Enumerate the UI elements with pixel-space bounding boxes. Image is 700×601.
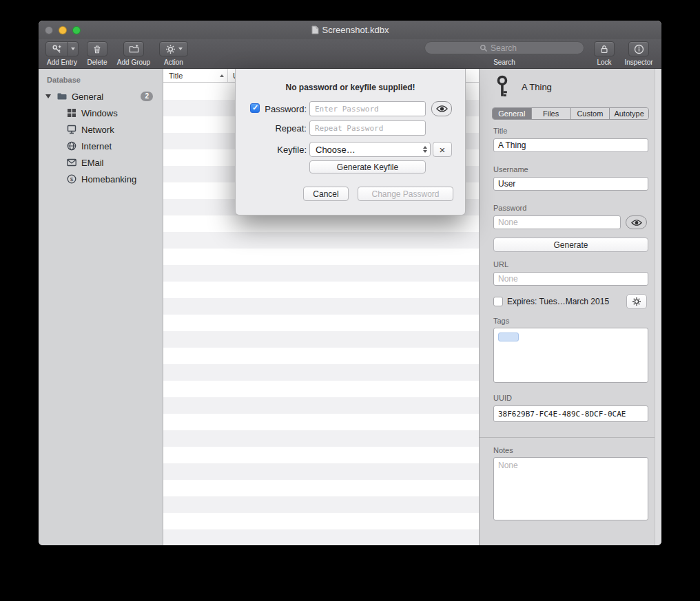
window-title: Screenshot.kdbx — [322, 25, 389, 35]
sidebar-item-email[interactable]: EMail — [39, 154, 163, 171]
minimize-button[interactable] — [59, 26, 67, 34]
dialog-message: No password or keyfile supplied! — [236, 83, 465, 92]
sidebar-item-label: Internet — [81, 141, 112, 151]
delete-button[interactable] — [87, 41, 107, 56]
eye-icon — [436, 105, 448, 113]
email-icon — [66, 157, 77, 168]
gear-icon — [632, 297, 641, 306]
title-field[interactable] — [493, 138, 648, 152]
clear-keyfile-button[interactable]: × — [433, 142, 452, 157]
app-window: Screenshot.kdbx Add Entry Delete Add — [39, 21, 661, 545]
folder-icon — [56, 91, 68, 102]
dialog-repeat-label: Repeat: — [262, 123, 307, 134]
globe-icon — [66, 140, 77, 151]
column-title-label: Title — [169, 72, 183, 80]
entry-key-icon — [495, 75, 511, 100]
sidebar-item-homebanking[interactable]: $ Homebanking — [39, 171, 163, 187]
entry-title: A Thing — [522, 82, 552, 92]
add-entry-label: Add Entry — [44, 59, 80, 66]
tab-custom[interactable]: Custom — [571, 108, 610, 119]
password-field[interactable] — [493, 215, 621, 229]
inspector-tabs: General Files Custom Autotype — [492, 107, 649, 120]
disclosure-triangle-icon[interactable] — [45, 94, 51, 98]
search-field[interactable] — [424, 41, 584, 54]
toolbar: Add Entry Delete Add Group Action — [39, 39, 661, 69]
sidebar-item-label: EMail — [81, 158, 104, 168]
cancel-button[interactable]: Cancel — [303, 187, 349, 201]
close-button[interactable] — [45, 26, 53, 34]
info-icon — [634, 44, 644, 54]
tab-autotype[interactable]: Autotype — [610, 108, 648, 119]
username-field-label: Username — [493, 165, 528, 173]
inspector-panel: A Thing General Files Custom Autotype Ti… — [479, 69, 661, 545]
titlebar[interactable]: Screenshot.kdbx — [39, 21, 661, 39]
tags-box[interactable] — [493, 328, 648, 383]
sidebar-item-network[interactable]: Network — [39, 121, 163, 138]
trash-icon — [92, 44, 102, 54]
sidebar-item-windows[interactable]: Windows — [39, 105, 163, 121]
action-button[interactable] — [159, 41, 188, 56]
svg-text:$: $ — [70, 176, 74, 182]
search-label: Search — [424, 59, 584, 66]
sidebar-item-label: Network — [81, 125, 114, 135]
change-password-button[interactable]: Change Password — [358, 187, 453, 201]
tab-files[interactable]: Files — [532, 108, 571, 119]
expires-label: Expires: Tues…March 2015 — [507, 297, 623, 306]
document-proxy-icon — [311, 25, 319, 34]
tags-field-label: Tags — [493, 317, 509, 325]
dialog-reveal-password-button[interactable] — [431, 101, 452, 116]
expires-settings-button[interactable] — [626, 294, 647, 309]
coin-icon: $ — [66, 173, 77, 184]
chevron-down-icon — [178, 48, 183, 50]
keyfile-popup-value: Choose… — [316, 145, 356, 155]
keyfile-popup[interactable]: Choose… — [309, 142, 431, 157]
title-field-label: Title — [493, 127, 507, 135]
url-field[interactable] — [493, 272, 648, 286]
column-header-title[interactable]: Title — [163, 69, 227, 82]
dialog-keyfile-label: Keyfile: — [262, 145, 307, 155]
add-entry-button[interactable] — [45, 41, 79, 56]
window-title-area: Screenshot.kdbx — [39, 21, 661, 39]
key-plus-icon — [46, 44, 68, 54]
uuid-field-label: UUID — [493, 394, 512, 402]
tag-token[interactable] — [498, 333, 519, 341]
notes-field[interactable] — [493, 457, 648, 520]
change-password-dialog: No password or keyfile supplied! Passwor… — [235, 69, 466, 215]
generate-keyfile-button[interactable]: Generate Keyfile — [309, 160, 426, 173]
expires-checkbox[interactable] — [493, 297, 503, 306]
zoom-button[interactable] — [72, 26, 81, 34]
generate-password-button[interactable]: Generate — [493, 238, 648, 252]
scrollbar-track[interactable] — [655, 69, 661, 545]
password-field-label: Password — [493, 204, 526, 212]
entry-count-badge: 2 — [141, 92, 153, 101]
sidebar-item-internet[interactable]: Internet — [39, 138, 163, 154]
dialog-repeat-input[interactable] — [309, 120, 426, 136]
sidebar-item-label: Homebanking — [81, 174, 136, 184]
search-input[interactable] — [491, 43, 529, 53]
reveal-password-button[interactable] — [626, 215, 647, 229]
uuid-field[interactable] — [493, 405, 648, 422]
network-icon — [66, 124, 77, 135]
lock-icon — [599, 44, 609, 54]
url-field-label: URL — [493, 260, 508, 268]
traffic-lights — [45, 26, 81, 34]
sidebar-section-header: Database — [47, 76, 163, 84]
password-enable-checkbox[interactable] — [250, 103, 260, 113]
sidebar: Database General 2 Windows Network — [39, 69, 163, 545]
inspector-button[interactable] — [628, 41, 649, 56]
lock-button[interactable] — [594, 41, 615, 56]
sidebar-group-label: General — [72, 92, 103, 102]
sort-ascending-icon — [220, 74, 224, 77]
add-group-button[interactable] — [123, 41, 144, 56]
eye-icon — [631, 219, 642, 226]
windows-icon — [66, 107, 77, 118]
sidebar-group-general[interactable]: General 2 — [39, 88, 163, 105]
popup-stepper-icon — [423, 146, 427, 153]
add-group-label: Add Group — [113, 59, 154, 66]
inspector-divider — [480, 437, 661, 438]
notes-field-label: Notes — [493, 446, 513, 454]
username-field[interactable] — [493, 177, 648, 191]
dialog-password-input[interactable] — [309, 101, 426, 116]
action-label: Action — [159, 59, 188, 66]
tab-general[interactable]: General — [493, 108, 532, 119]
